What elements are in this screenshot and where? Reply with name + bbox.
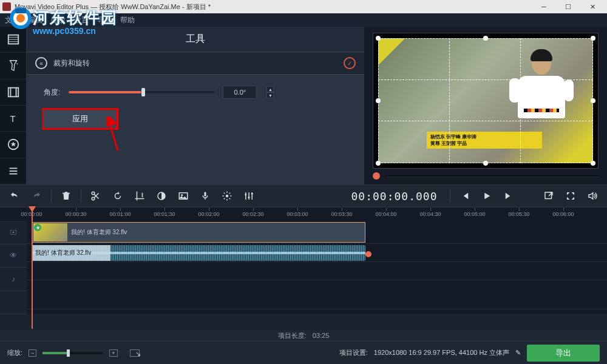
- svg-point-23: [181, 194, 183, 196]
- sidebar-transitions-icon[interactable]: [0, 79, 26, 106]
- ruler-tick-label: 00:05:30: [508, 211, 529, 217]
- project-length-value: 03:25: [313, 332, 330, 339]
- playhead[interactable]: [32, 207, 33, 329]
- timecode-display: 00:00:00.000: [344, 190, 444, 203]
- audio-clip[interactable]: 我的! 体育老师 32.flv: [32, 245, 365, 261]
- ruler-tick-label: 00:02:30: [242, 211, 263, 217]
- track-label-extra[interactable]: [0, 291, 27, 315]
- crop-handle-ml[interactable]: [376, 98, 381, 103]
- angle-value-field[interactable]: 0.0°: [223, 86, 257, 99]
- apply-button[interactable]: 应用: [44, 110, 117, 128]
- crop-handle-tc[interactable]: [483, 36, 488, 41]
- linked-audio-track[interactable]: 我的! 体育老师 32.flv: [27, 244, 607, 262]
- video-track[interactable]: ★ 我的! 体育老师 32.flv: [27, 221, 607, 244]
- angle-spinner-up[interactable]: ▲: [266, 86, 274, 92]
- track-label-video-icon[interactable]: [0, 221, 27, 244]
- maximize-button[interactable]: ☐: [556, 0, 580, 13]
- crop-handle-br[interactable]: [591, 161, 595, 166]
- menu-help[interactable]: 帮助: [120, 15, 135, 25]
- angle-spinner-down[interactable]: ▼: [266, 92, 274, 98]
- track-label-audio-icon[interactable]: ♪: [0, 268, 27, 291]
- tools-confirm-button[interactable]: ✓: [344, 57, 356, 69]
- undo-button[interactable]: [5, 187, 24, 205]
- export-button[interactable]: 导出: [527, 345, 600, 362]
- video-clip[interactable]: ★ 我的! 体育老师 32.flv: [32, 222, 365, 243]
- angle-slider-thumb[interactable]: [141, 88, 145, 96]
- project-settings-label: 项目设置:: [339, 348, 368, 357]
- menu-export[interactable]: 导出: [97, 15, 112, 25]
- audio-track[interactable]: [27, 262, 607, 280]
- angle-slider[interactable]: [69, 91, 214, 93]
- clip-name: 我的! 体育老师 32.flv: [71, 228, 127, 237]
- app-logo-icon: [2, 2, 11, 11]
- menu-settings[interactable]: 设置: [74, 15, 89, 25]
- close-button[interactable]: ✕: [580, 0, 605, 13]
- menu-edit[interactable]: 编辑: [28, 15, 42, 25]
- playbar-marker-icon[interactable]: [373, 172, 380, 180]
- crop-handle-tr[interactable]: [591, 36, 595, 41]
- project-settings-edit-icon[interactable]: ✎: [515, 349, 521, 357]
- svg-rect-24: [205, 192, 206, 197]
- menu-file[interactable]: 文件: [5, 15, 19, 25]
- sidebar-filters-icon[interactable]: [0, 53, 26, 79]
- empty-track[interactable]: [27, 280, 607, 309]
- audio-clip-end-handle[interactable]: [365, 251, 371, 257]
- image-button[interactable]: [174, 187, 193, 205]
- zoom-out-button[interactable]: −: [29, 349, 36, 357]
- svg-marker-31: [13, 231, 15, 234]
- menu-playback[interactable]: 回放: [51, 15, 66, 25]
- record-voice-button[interactable]: [195, 187, 215, 205]
- crop-grid[interactable]: [378, 38, 593, 163]
- preview-viewport[interactable]: 杨恺东 张宇峰 康华涛 黄尊 王荣茜 宇品: [373, 33, 599, 169]
- track-label-linked-audio-icon[interactable]: 👁: [0, 244, 27, 268]
- prev-frame-button[interactable]: [455, 187, 475, 205]
- svg-point-27: [248, 197, 250, 198]
- clip-properties-button[interactable]: [217, 187, 237, 205]
- svg-point-28: [251, 193, 253, 195]
- tools-panel-title: 工具: [27, 27, 364, 52]
- fullscreen-button[interactable]: [561, 187, 580, 205]
- next-frame-button[interactable]: [499, 187, 518, 205]
- redo-button[interactable]: [27, 187, 46, 205]
- color-adjust-button[interactable]: [152, 187, 171, 205]
- ruler-tick-label: 00:01:30: [154, 211, 175, 217]
- ruler-tick-label: 00:04:00: [375, 211, 396, 217]
- sidebar-stickers-icon[interactable]: [0, 132, 26, 158]
- equalizer-button[interactable]: [239, 187, 259, 205]
- zoom-slider-thumb[interactable]: [67, 349, 70, 357]
- timeline-toolbar: 00:00:00.000: [0, 184, 607, 207]
- zoom-in-button[interactable]: +: [109, 349, 117, 357]
- timeline-ruler[interactable]: 00:00:0000:00:3000:01:0000:01:3000:02:00…: [0, 207, 607, 221]
- crop-handle-bl[interactable]: [376, 161, 381, 166]
- ruler-tick-label: 00:06:00: [552, 211, 574, 217]
- svg-rect-11: [10, 87, 11, 96]
- ruler-tick-label: 00:01:00: [109, 211, 131, 217]
- timeline-tracks: 👁 ♪ ★ 我的! 体育老师 32.flv 我的! 体育老师 32.flv: [0, 221, 607, 314]
- rotate-button[interactable]: [108, 187, 127, 205]
- ruler-tick-label: 00:00:30: [65, 211, 86, 217]
- crop-handle-mr[interactable]: [591, 98, 595, 103]
- sidebar-more-icon[interactable]: [0, 158, 26, 184]
- crop-handle-tl[interactable]: [376, 36, 381, 41]
- crop-button[interactable]: [130, 187, 149, 205]
- side-rail: T: [0, 27, 27, 184]
- svg-rect-10: [8, 87, 18, 96]
- delete-button[interactable]: [56, 187, 76, 205]
- clip-star-icon: ★: [34, 224, 41, 231]
- minimize-button[interactable]: ─: [532, 0, 556, 13]
- fit-zoom-button[interactable]: ↘: [130, 349, 140, 357]
- detach-preview-button[interactable]: [539, 187, 558, 205]
- playbar-track[interactable]: [385, 175, 599, 177]
- play-button[interactable]: [477, 187, 497, 205]
- apply-button-label: 应用: [72, 113, 88, 124]
- volume-button[interactable]: [583, 187, 602, 205]
- zoom-slider[interactable]: [42, 352, 103, 354]
- status-bar: 缩放: − + ↘ 项目设置: 1920x1080 16:9 29.97 FPS…: [0, 341, 607, 364]
- angle-label: 角度:: [44, 87, 60, 98]
- sidebar-titles-icon[interactable]: T: [0, 106, 26, 132]
- preview-playbar: [373, 169, 599, 180]
- crop-handle-bc[interactable]: [483, 161, 488, 166]
- tools-back-button[interactable]: «: [35, 57, 47, 69]
- split-button[interactable]: [86, 187, 106, 205]
- sidebar-media-icon[interactable]: [0, 27, 26, 53]
